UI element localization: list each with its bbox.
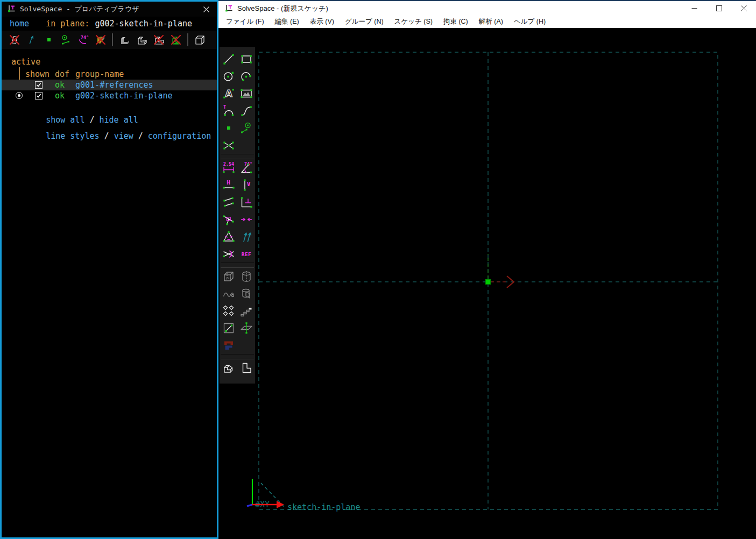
label-leader-line bbox=[261, 483, 285, 508]
menu-bar: ファイル (F) 編集 (E) 表示 (V) グループ (N) スケッチ (S)… bbox=[218, 16, 756, 28]
column-headers: shown dof group-name bbox=[2, 69, 217, 80]
revolve-tool[interactable] bbox=[237, 285, 255, 302]
line-styles-link[interactable]: line styles bbox=[46, 131, 99, 141]
point-tool[interactable] bbox=[220, 119, 237, 137]
property-browser-window: SolveSpace - プロパティブラウザ home in plane: g0… bbox=[0, 0, 218, 539]
rectangle-tool[interactable] bbox=[237, 51, 255, 68]
browser-view-toolbar: 74° bbox=[2, 31, 217, 49]
nearest-ortho-view-tool[interactable] bbox=[237, 359, 255, 377]
shaded-view-icon[interactable] bbox=[118, 34, 130, 46]
group-link[interactable]: g001-#references bbox=[75, 80, 153, 90]
shown-checkbox[interactable] bbox=[35, 92, 43, 100]
menu-sketch[interactable]: スケッチ (S) bbox=[389, 16, 438, 28]
point-on-curve-constraint-tool[interactable] bbox=[220, 211, 237, 228]
equal-constraint-tool[interactable] bbox=[220, 228, 237, 245]
mesh-view-icon[interactable] bbox=[170, 34, 182, 46]
same-orientation-constraint-tool[interactable] bbox=[237, 228, 255, 245]
active-label: active bbox=[11, 57, 40, 67]
bezier-tool[interactable] bbox=[237, 102, 255, 119]
split-curves-tool[interactable] bbox=[220, 137, 237, 154]
menu-analyze[interactable]: 解析 (A) bbox=[474, 16, 508, 28]
xy-plane-label: #XY bbox=[255, 500, 270, 509]
dof-status: ok bbox=[55, 80, 65, 90]
svg-text:V: V bbox=[246, 181, 250, 188]
close-button[interactable] bbox=[731, 1, 756, 16]
datum-plane-tool[interactable] bbox=[237, 320, 255, 337]
group-link[interactable]: g002-sketch-in-plane bbox=[75, 90, 173, 101]
occluded-edges-icon[interactable] bbox=[194, 34, 206, 46]
show-construction-icon[interactable] bbox=[60, 34, 72, 46]
hide-workplanes-icon[interactable] bbox=[9, 34, 20, 46]
circle-tool[interactable] bbox=[220, 68, 237, 85]
solvespace-logo-icon bbox=[224, 3, 233, 14]
svg-text:T: T bbox=[223, 104, 225, 110]
show-constraints-icon[interactable]: 74° bbox=[77, 34, 89, 46]
close-icon[interactable] bbox=[200, 3, 212, 15]
arc-tool[interactable] bbox=[237, 68, 255, 85]
menu-constrain[interactable]: 拘束 (C) bbox=[438, 16, 474, 28]
in-plane-label: in plane: bbox=[46, 19, 89, 29]
sketch-canvas[interactable]: #XY sketch-in-plane bbox=[218, 28, 756, 539]
window-title: SolveSpace - (新規スケッチ) bbox=[237, 4, 328, 13]
line-tool[interactable] bbox=[220, 51, 237, 68]
vertical-constraint-tool[interactable]: V bbox=[237, 176, 255, 194]
dof-status: ok bbox=[55, 90, 65, 101]
reference-dimension-tool[interactable]: REF bbox=[237, 245, 255, 263]
menu-view[interactable]: 表示 (V) bbox=[305, 16, 340, 28]
active-group-radio[interactable] bbox=[16, 92, 23, 99]
solvespace-logo-icon bbox=[6, 4, 16, 15]
tool-strip: A T bbox=[220, 47, 255, 384]
configuration-link[interactable]: configuration bbox=[148, 131, 211, 141]
workplane-label[interactable]: sketch-in-plane bbox=[287, 502, 360, 512]
tangent-arc-tool[interactable]: T bbox=[220, 102, 237, 119]
other-angle-constraint-tool[interactable] bbox=[220, 245, 237, 263]
col-group-name: group-name bbox=[75, 69, 124, 80]
edges-view-icon[interactable] bbox=[136, 34, 147, 46]
step-rotate-tool[interactable] bbox=[220, 302, 237, 320]
x-axis-arrowhead bbox=[507, 276, 514, 288]
shown-checkbox[interactable] bbox=[35, 81, 43, 89]
menu-group[interactable]: グループ (N) bbox=[340, 16, 389, 28]
link-part-tool[interactable] bbox=[220, 337, 237, 354]
horizontal-constraint-tool[interactable]: H bbox=[220, 176, 237, 194]
browser-header-row: home in plane: g002-sketch-in-plane bbox=[2, 17, 217, 31]
workplane-boundary bbox=[259, 52, 718, 509]
parallel-constraint-tool[interactable] bbox=[220, 194, 237, 211]
symmetric-constraint-tool[interactable] bbox=[237, 211, 255, 228]
home-link[interactable]: home bbox=[10, 19, 29, 29]
show-normals-icon[interactable] bbox=[26, 34, 38, 46]
distance-constraint-tool[interactable]: 2.54 bbox=[220, 159, 237, 176]
helix-tool[interactable] bbox=[220, 285, 237, 302]
menu-help[interactable]: ヘルプ (H) bbox=[508, 16, 551, 28]
col-shown: shown bbox=[25, 69, 50, 80]
svg-text:REF: REF bbox=[241, 251, 251, 257]
construction-tool[interactable] bbox=[237, 119, 255, 137]
extrude-tool[interactable] bbox=[220, 268, 237, 285]
group-row-sketch-in-plane[interactable]: ok g002-sketch-in-plane bbox=[2, 90, 217, 101]
origin-point[interactable] bbox=[486, 280, 491, 285]
perpendicular-constraint-tool[interactable] bbox=[237, 194, 255, 211]
maximize-button[interactable] bbox=[706, 1, 731, 16]
nearest-iso-view-tool[interactable] bbox=[220, 359, 237, 377]
outlines-view-icon[interactable] bbox=[153, 34, 165, 46]
link-separator: / bbox=[100, 131, 114, 141]
show-points-icon[interactable] bbox=[43, 34, 55, 46]
text-tool[interactable]: A bbox=[220, 85, 237, 102]
menu-edit[interactable]: 編集 (E) bbox=[270, 16, 305, 28]
view-link[interactable]: view bbox=[114, 131, 133, 141]
hide-faces-icon[interactable] bbox=[95, 34, 107, 46]
image-tool[interactable] bbox=[237, 85, 255, 102]
menu-file[interactable]: ファイル (F) bbox=[221, 16, 270, 28]
angle-constraint-tool[interactable]: 74° bbox=[237, 159, 255, 176]
svg-text:2.54: 2.54 bbox=[223, 161, 234, 167]
window-title: SolveSpace - プロパティブラウザ bbox=[20, 4, 139, 14]
main-window: SolveSpace - (新規スケッチ) ファイル (F) 編集 (E) 表示… bbox=[218, 0, 756, 539]
main-titlebar[interactable]: SolveSpace - (新規スケッチ) bbox=[218, 1, 756, 16]
lathe-tool[interactable] bbox=[237, 268, 255, 285]
group-row-references[interactable]: ok g001-#references bbox=[2, 80, 217, 90]
config-links: line styles / view / configuration bbox=[17, 122, 211, 151]
minimize-button[interactable] bbox=[682, 1, 706, 16]
step-translate-tool[interactable] bbox=[237, 302, 255, 320]
new-workplane-tool[interactable] bbox=[220, 320, 237, 337]
property-browser-titlebar[interactable]: SolveSpace - プロパティブラウザ bbox=[2, 2, 217, 17]
